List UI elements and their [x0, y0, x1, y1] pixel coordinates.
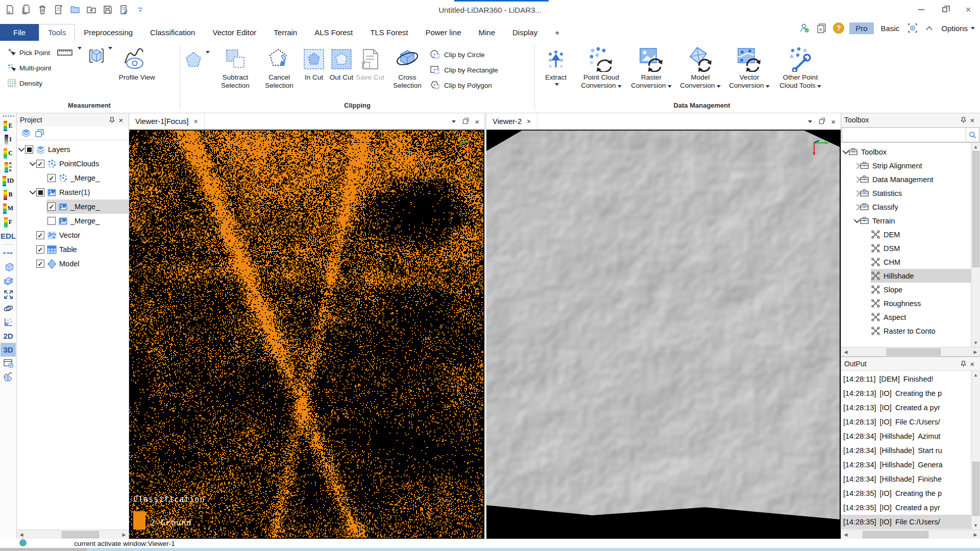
toolbox-close-button[interactable]: ×	[968, 115, 977, 124]
scroll-left-icon[interactable]: ◀	[17, 532, 26, 537]
project-item-raster-1[interactable]: Raster(1)	[17, 185, 129, 199]
other-point-cloud-tools-button[interactable]: Other Point Cloud Tools	[774, 44, 827, 90]
options-button[interactable]: Options	[941, 24, 975, 33]
project-item-table[interactable]: ✓Table	[17, 242, 129, 257]
visibility-checkbox-checked[interactable]: ✓	[36, 245, 44, 254]
add-folder-icon[interactable]	[86, 4, 97, 15]
box-clip-tool-button[interactable]	[85, 44, 115, 65]
measure-tool-button[interactable]	[54, 44, 85, 58]
subset-cube-icon[interactable]	[1, 260, 16, 274]
viewer-1-close-icon[interactable]: ×	[475, 117, 479, 126]
subtract-selection-button[interactable]: Subtract Selection	[213, 44, 258, 90]
project-item-merge[interactable]: _Merge_	[17, 214, 129, 228]
output-log-line[interactable]: [14:28:35][IO]Created a pyr	[841, 500, 971, 515]
menu-tab-file[interactable]: File	[0, 24, 39, 41]
output-log-line[interactable]: [14:28:34][Hillshade]Finishe	[841, 472, 971, 486]
display-by-id-button[interactable]: ID	[1, 174, 16, 188]
selection-tools-icon[interactable]	[1, 246, 16, 260]
scroll-down-icon[interactable]: ▼	[973, 521, 978, 530]
ribbon-style-icon[interactable]	[906, 22, 919, 34]
minimize-button[interactable]	[910, 2, 933, 17]
out-cut-button[interactable]: Out Cut	[327, 44, 356, 82]
hillshade-canvas[interactable]	[486, 131, 840, 538]
display-blend-button[interactable]: B	[1, 188, 16, 202]
viewer-2-close-icon[interactable]: ×	[831, 117, 836, 126]
layers-stack-icon[interactable]	[21, 129, 31, 137]
visibility-checkbox-partial[interactable]	[25, 145, 33, 154]
project-item-merge[interactable]: ✓_Merge_	[17, 171, 129, 185]
point-cloud-canvas[interactable]	[129, 131, 483, 538]
menu-tab-power-line[interactable]: Power line	[416, 24, 470, 41]
edl-mode-button[interactable]: EDL	[1, 229, 16, 243]
viewer-2-tab[interactable]: Viewer-2 ×	[486, 113, 537, 130]
output-log-line[interactable]: [14:28:34][Hillshade]Genera	[841, 458, 971, 472]
view-2d-button[interactable]: 2D	[1, 329, 16, 343]
project-item-vector[interactable]: ✓Vector	[17, 228, 129, 242]
menu-tab-plus[interactable]: +	[546, 24, 568, 41]
toolbox-item-slope[interactable]: Slope	[841, 283, 971, 296]
visibility-checkbox-checked[interactable]: ✓	[47, 174, 56, 182]
output-vscrollbar[interactable]: ▲ ▼	[971, 371, 980, 530]
output-log-line[interactable]: [14:28:13][IO]File C:/Users/	[841, 415, 971, 429]
density-button[interactable]: Density	[4, 76, 54, 91]
toolbox-item-dem[interactable]: DEM	[841, 228, 971, 241]
qat-more-icon[interactable]	[135, 4, 146, 15]
visibility-checkbox-checked[interactable]: ✓	[36, 160, 44, 168]
scroll-left-icon[interactable]: ◀	[841, 349, 850, 355]
toolbox-search-input[interactable]	[842, 128, 966, 142]
cross-selection-button[interactable]: Cross Selection	[387, 44, 428, 90]
clip-by-circle-button[interactable]: Clip by Circle	[428, 48, 500, 61]
toolbar-drag-handle[interactable]	[3, 115, 14, 117]
cancel-selection-button[interactable]: Cancel Selection	[258, 44, 301, 90]
restore-button[interactable]	[933, 2, 957, 17]
scroll-up-icon[interactable]: ▲	[973, 143, 978, 151]
display-filter-button[interactable]: F	[1, 215, 16, 229]
visibility-checkbox-checked[interactable]: ✓	[36, 260, 44, 268]
menu-tab-tools[interactable]: Tools	[39, 24, 75, 41]
viewer-1-tab-close-icon[interactable]: ×	[194, 117, 198, 126]
menu-tab-display[interactable]: Display	[504, 24, 546, 41]
edit-document-icon[interactable]	[53, 4, 64, 15]
menu-tab-mine[interactable]: Mine	[470, 24, 504, 41]
project-item-layers[interactable]: Layers	[17, 142, 129, 157]
toolbox-search-button[interactable]	[966, 128, 979, 142]
visibility-checkbox-checked[interactable]: ✓	[36, 231, 44, 239]
display-by-elevation-button[interactable]: E	[1, 119, 16, 133]
pick-point-button[interactable]: Pick Point	[4, 45, 54, 60]
menu-tab-terrain[interactable]: Terrain	[265, 24, 306, 41]
extract-button[interactable]: Extract	[536, 44, 576, 86]
toolbox-hscrollbar[interactable]: ◀ ▶	[841, 347, 980, 356]
toolbox-vscrollbar[interactable]: ▲ ▼	[971, 143, 980, 347]
menu-tab-vector-editor[interactable]: Vector Editor	[204, 24, 265, 41]
point-cloud-conversion-button[interactable]: Point Cloud Conversion	[576, 44, 627, 90]
save-cut-button[interactable]: Save Cut	[356, 44, 384, 82]
viewer-2-tab-close-icon[interactable]: ×	[527, 117, 531, 126]
output-pin-button[interactable]	[959, 359, 968, 368]
project-close-button[interactable]: ×	[116, 115, 126, 124]
output-log-line[interactable]: [14:28:11][DEM]Finished!	[841, 372, 971, 386]
output-log-line[interactable]: [14:28:34][Hillshade]Azimut	[841, 429, 971, 443]
toolbox-item-data-management[interactable]: Data Management	[841, 172, 971, 186]
menu-tab-als-forest[interactable]: ALS Forest	[306, 24, 361, 41]
tab-list-caret-icon[interactable]	[808, 120, 812, 123]
project-item-model[interactable]: ✓Model	[17, 257, 129, 271]
new-from-copy-icon[interactable]	[20, 4, 32, 15]
toolbox-item-hillshade[interactable]: Hillshade	[841, 269, 971, 283]
toolbox-item-raster-to-conto[interactable]: Raster to Conto	[841, 324, 971, 338]
new-viewer-window-icon[interactable]	[1, 357, 16, 370]
menu-tab-tls-forest[interactable]: TLS Forest	[361, 24, 416, 41]
collapse-ribbon-button[interactable]	[924, 22, 936, 34]
annotate-icon[interactable]	[118, 4, 130, 15]
new-document-icon[interactable]	[4, 4, 15, 15]
clip-by-rectangle-button[interactable]: Clip by Rectangle	[428, 63, 500, 77]
display-by-intensity-button[interactable]: I	[1, 133, 16, 146]
output-close-button[interactable]: ×	[968, 359, 977, 368]
scroll-right-icon[interactable]: ▶	[119, 532, 129, 537]
scroll-down-icon[interactable]: ▼	[973, 339, 978, 347]
viewer-2-restore-icon[interactable]	[819, 119, 824, 124]
multi-point-button[interactable]: Multi-point	[4, 60, 54, 76]
pro-mode-button[interactable]: Pro	[849, 22, 873, 34]
close-button[interactable]: ×	[957, 2, 980, 17]
profile-tool-icon[interactable]	[1, 370, 16, 384]
toolbox-item-toolbox[interactable]: Toolbox	[841, 145, 971, 159]
